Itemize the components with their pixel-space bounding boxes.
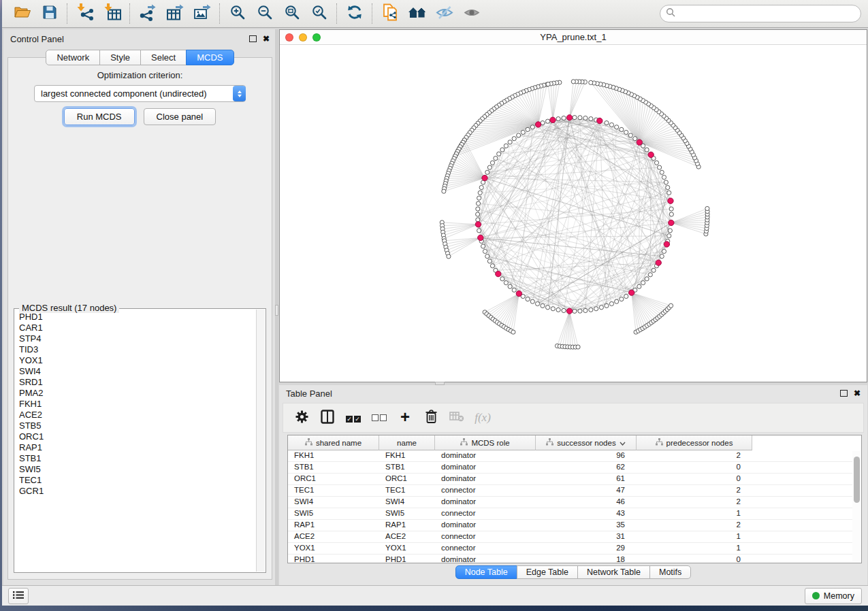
graph-node[interactable] (624, 130, 628, 134)
mcds-result-item[interactable]: YOX1 (19, 355, 257, 366)
show-all-button[interactable] (458, 2, 485, 25)
graph-hub-node[interactable] (566, 115, 572, 120)
apply-function-button[interactable]: f(x) (471, 407, 494, 429)
zoom-out-button[interactable] (251, 2, 278, 25)
graph-node[interactable] (662, 175, 666, 179)
float-panel-icon[interactable] (840, 390, 848, 397)
graph-node[interactable] (620, 297, 624, 301)
tab-select[interactable]: Select (140, 50, 187, 65)
splitter-grip[interactable] (275, 305, 278, 316)
graph-node[interactable] (478, 191, 482, 195)
graph-node[interactable] (667, 191, 671, 195)
table-row[interactable]: PHD1PHD1dominator180 (288, 555, 852, 563)
table-row[interactable]: ORC1ORC1dominator610 (288, 474, 852, 485)
mcds-result-item[interactable]: TID3 (19, 344, 257, 355)
graph-hub-node[interactable] (597, 118, 602, 123)
graph-node[interactable] (442, 189, 446, 193)
graph-node[interactable] (666, 185, 670, 189)
column-header-successor-nodes[interactable]: successor nodes (536, 435, 637, 450)
graph-node[interactable] (562, 116, 566, 120)
delete-table-button[interactable] (445, 407, 468, 429)
graph-node[interactable] (615, 299, 619, 303)
graph-hub-node[interactable] (637, 139, 642, 145)
graph-node[interactable] (511, 330, 515, 334)
column-header-shared-name[interactable]: shared name (288, 435, 379, 450)
zoom-fit-button[interactable] (278, 2, 306, 25)
graph-node[interactable] (573, 309, 577, 313)
tab-mcds[interactable]: MCDS (186, 50, 234, 65)
graph-node[interactable] (487, 259, 492, 263)
graph-node[interactable] (633, 137, 637, 141)
graph-node[interactable] (664, 180, 668, 184)
graph-node[interactable] (508, 140, 512, 144)
mcds-result-item[interactable]: PMA2 (19, 388, 257, 399)
graph-node[interactable] (530, 125, 534, 129)
zoom-in-button[interactable] (224, 2, 251, 25)
table-row[interactable]: SWI5SWI5connector431 (288, 508, 852, 520)
graph-node[interactable] (517, 133, 521, 137)
mcds-result-item[interactable]: ACE2 (19, 410, 257, 420)
run-mcds-button[interactable]: Run MCDS (64, 108, 135, 125)
task-history-button[interactable] (8, 588, 29, 604)
mcds-result-item[interactable]: SWI4 (19, 366, 257, 377)
graph-node[interactable] (576, 345, 580, 349)
table-row[interactable]: RAP1RAP1dominator352 (288, 520, 852, 531)
table-scrollbar-thumb[interactable] (854, 457, 860, 503)
graph-node[interactable] (504, 144, 508, 148)
graph-hub-node[interactable] (496, 271, 501, 276)
graph-hub-node[interactable] (550, 117, 556, 122)
graph-node[interactable] (669, 212, 673, 216)
graph-node[interactable] (669, 303, 673, 308)
graph-node[interactable] (508, 284, 512, 288)
tab-edge-table[interactable]: Edge Table (517, 565, 578, 579)
table-row[interactable]: FKH1FKH1dominator962 (288, 450, 852, 462)
import-network-button[interactable] (71, 2, 99, 25)
open-file-button[interactable] (9, 2, 36, 25)
graph-node[interactable] (583, 308, 588, 312)
export-table-button[interactable] (161, 2, 189, 25)
mcds-result-item[interactable]: FKH1 (19, 399, 257, 410)
column-header-predecessor-nodes[interactable]: predecessor nodes (637, 435, 752, 450)
tab-network[interactable]: Network (46, 50, 100, 65)
graph-node[interactable] (530, 299, 534, 303)
graph-node[interactable] (583, 116, 588, 120)
delete-row-button[interactable] (419, 407, 443, 429)
graph-node[interactable] (605, 303, 609, 308)
graph-node[interactable] (620, 127, 624, 131)
graph-node[interactable] (628, 133, 632, 137)
mcds-result-item[interactable]: STB1 (19, 453, 257, 464)
mcds-result-item[interactable]: ORC1 (19, 431, 257, 442)
graph-node[interactable] (497, 152, 501, 156)
graph-node[interactable] (490, 264, 494, 268)
clone-network-button[interactable] (376, 2, 404, 25)
graph-node[interactable] (578, 309, 582, 313)
graph-node[interactable] (476, 212, 480, 216)
export-image-button[interactable] (189, 2, 216, 25)
graph-node[interactable] (578, 116, 582, 120)
close-panel-icon[interactable]: ✖ (854, 389, 861, 397)
graph-node[interactable] (573, 116, 577, 120)
graph-node[interactable] (476, 201, 480, 205)
mcds-result-scrollbar[interactable] (256, 310, 265, 572)
mcds-result-item[interactable]: STB5 (19, 420, 257, 431)
search-input[interactable] (676, 8, 855, 20)
mcds-result-item[interactable]: CAR1 (19, 323, 257, 333)
graph-node[interactable] (562, 308, 566, 312)
graph-hub-node[interactable] (668, 198, 673, 203)
graph-hub-node[interactable] (669, 220, 674, 225)
graph-hub-node[interactable] (629, 290, 634, 295)
graph-hub-node[interactable] (475, 222, 481, 227)
network-window-titlebar[interactable]: YPA_prune.txt_1 (280, 30, 867, 45)
graph-node[interactable] (483, 249, 487, 253)
graph-hub-node[interactable] (516, 291, 521, 296)
graph-node[interactable] (589, 117, 593, 121)
zoom-selected-button[interactable] (306, 2, 333, 25)
graph-node[interactable] (546, 82, 550, 86)
refresh-view-button[interactable] (341, 2, 368, 25)
graph-hub-node[interactable] (566, 308, 572, 314)
tab-style[interactable]: Style (99, 50, 141, 65)
graph-node[interactable] (641, 281, 645, 285)
graph-node[interactable] (667, 234, 671, 238)
graph-node[interactable] (648, 273, 652, 277)
graph-node[interactable] (589, 80, 593, 84)
